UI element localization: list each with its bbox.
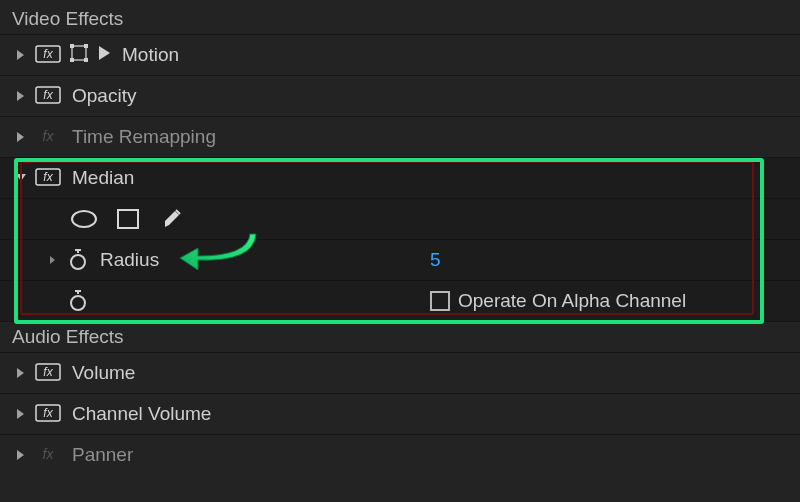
- play-icon[interactable]: [98, 45, 112, 66]
- svg-rect-2: [72, 46, 86, 60]
- section-title: Audio Effects: [12, 326, 124, 347]
- stopwatch-icon[interactable]: [66, 289, 90, 313]
- rectangle-mask-icon[interactable]: [114, 205, 142, 233]
- svg-text:fx: fx: [43, 406, 53, 420]
- stopwatch-icon[interactable]: [66, 248, 90, 272]
- svg-text:fx: fx: [43, 88, 53, 102]
- chevron-right-icon[interactable]: [12, 367, 30, 379]
- effect-label: Channel Volume: [72, 403, 211, 425]
- svg-text:fx: fx: [43, 170, 53, 184]
- svg-rect-13: [118, 210, 138, 228]
- svg-rect-5: [70, 58, 74, 62]
- chevron-right-icon[interactable]: [12, 449, 30, 461]
- effect-label: Panner: [72, 444, 133, 466]
- svg-rect-4: [84, 44, 88, 48]
- effect-label: Median: [72, 167, 134, 189]
- svg-text:fx: fx: [43, 47, 53, 61]
- svg-text:fx: fx: [43, 128, 55, 144]
- chevron-right-icon[interactable]: [46, 255, 60, 265]
- chevron-right-icon[interactable]: [12, 131, 30, 143]
- effect-row-motion[interactable]: fx Motion: [0, 34, 800, 75]
- chevron-right-icon[interactable]: [12, 90, 30, 102]
- svg-point-17: [71, 296, 85, 310]
- property-label: Radius: [100, 249, 159, 271]
- effect-group-median: fx Median: [0, 157, 800, 321]
- fx-badge-icon: fx: [34, 127, 62, 147]
- property-value-radius[interactable]: 5: [430, 249, 441, 271]
- svg-text:fx: fx: [43, 365, 53, 379]
- section-header-audio-effects: Audio Effects: [0, 321, 800, 352]
- motion-transform-icons: [68, 42, 112, 69]
- property-row-radius[interactable]: Radius 5: [0, 239, 800, 280]
- ellipse-mask-icon[interactable]: [70, 205, 98, 233]
- fx-badge-icon: fx: [34, 445, 62, 465]
- svg-rect-3: [70, 44, 74, 48]
- fx-badge-icon[interactable]: fx: [34, 86, 62, 106]
- svg-point-14: [71, 255, 85, 269]
- chevron-right-icon[interactable]: [12, 408, 30, 420]
- svg-rect-6: [84, 58, 88, 62]
- section-header-video-effects: Video Effects: [0, 0, 800, 34]
- chevron-right-icon[interactable]: [12, 49, 30, 61]
- effect-row-time-remapping[interactable]: fx Time Remapping: [0, 116, 800, 157]
- fx-badge-icon[interactable]: fx: [34, 45, 62, 65]
- chevron-down-icon[interactable]: [12, 173, 30, 183]
- effect-row-median[interactable]: fx Median: [0, 157, 800, 198]
- effect-label: Opacity: [72, 85, 136, 107]
- fx-badge-icon[interactable]: fx: [34, 168, 62, 188]
- effect-row-panner[interactable]: fx Panner: [0, 434, 800, 475]
- effect-controls-panel: Video Effects fx: [0, 0, 800, 502]
- svg-text:fx: fx: [43, 446, 55, 462]
- effect-row-opacity[interactable]: fx Opacity: [0, 75, 800, 116]
- property-row-alpha: Operate On Alpha Channel: [0, 280, 800, 321]
- mask-tools-row: [0, 198, 800, 239]
- svg-point-12: [72, 211, 96, 227]
- effect-label: Motion: [122, 44, 179, 66]
- transform-bounds-icon[interactable]: [68, 42, 90, 69]
- pen-mask-icon[interactable]: [158, 205, 186, 233]
- section-title: Video Effects: [12, 8, 123, 29]
- effect-row-channel-volume[interactable]: fx Channel Volume: [0, 393, 800, 434]
- checkbox-alpha[interactable]: [430, 291, 450, 311]
- effect-label: Time Remapping: [72, 126, 216, 148]
- checkbox-label: Operate On Alpha Channel: [458, 290, 686, 312]
- fx-badge-icon[interactable]: fx: [34, 363, 62, 383]
- fx-badge-icon[interactable]: fx: [34, 404, 62, 424]
- effect-label: Volume: [72, 362, 135, 384]
- effect-row-volume[interactable]: fx Volume: [0, 352, 800, 393]
